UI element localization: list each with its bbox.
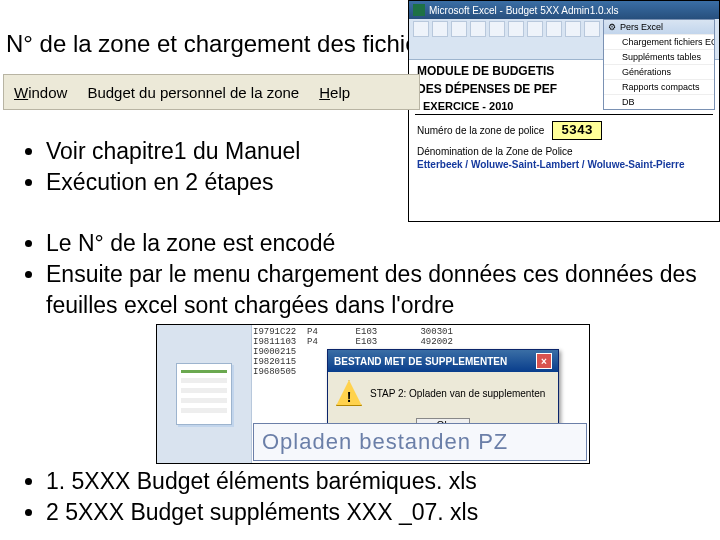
app-menubar: Window Budget du personnel de la zone He… (3, 74, 420, 110)
message-box-title: BESTAND MET DE SUPPLEMENTEN (334, 356, 507, 367)
bullet-item: Ensuite par le menu chargement des donné… (46, 259, 720, 321)
loading-dialog-figure: I9791C22 P4 E103 300301 I9811103 P4 E103… (156, 324, 590, 464)
excel-icon (413, 4, 425, 16)
slide-title: N° de la zone et chargement des fichiers (6, 30, 439, 58)
bullet-item: Voir chapitre1 du Manuel (46, 136, 300, 167)
menu-budget[interactable]: Budget du personnel de la zone (87, 84, 299, 101)
data-row: I9811103 P4 E103 492002 (253, 337, 587, 347)
sidebar-pane (157, 325, 252, 463)
dropdown-header[interactable]: ⚙ Pers Excel (604, 20, 714, 34)
menu-help[interactable]: Help (319, 84, 350, 101)
warning-icon: ! (336, 380, 362, 406)
toolbar-button[interactable] (470, 21, 486, 37)
gear-icon: ⚙ (608, 22, 616, 32)
pz-load-bar[interactable]: Opladen bestanden PZ (253, 423, 587, 461)
bullet-group-1: Voir chapitre1 du Manuel Exécution en 2 … (22, 136, 300, 198)
zone-number-label: Numéro de la zone de police (417, 125, 544, 136)
bullet-item: Le N° de la zone est encodé (46, 228, 720, 259)
message-box-text: STAP 2: Opladen van de supplementen (370, 388, 545, 399)
toolbar-button[interactable] (565, 21, 581, 37)
message-box-titlebar: BESTAND MET DE SUPPLEMENTEN × (328, 350, 558, 372)
zone-number-input[interactable]: 5343 (552, 121, 601, 140)
toolbar-button[interactable] (584, 21, 600, 37)
spreadsheet-icon (176, 363, 232, 425)
data-row: I9791C22 P4 E103 300301 (253, 327, 587, 337)
menu-item[interactable]: Suppléments tables (604, 49, 714, 64)
toolbar-button[interactable] (451, 21, 467, 37)
excel-title: Microsoft Excel - Budget 5XX Admin1.0.xl… (429, 5, 619, 16)
toolbar-button[interactable] (413, 21, 429, 37)
menu-item[interactable]: Générations (604, 64, 714, 79)
menu-item[interactable]: Chargement fichiers EOP (604, 34, 714, 49)
menu-item[interactable]: Rapports compacts (604, 79, 714, 94)
toolbar-button[interactable] (489, 21, 505, 37)
bullet-item: 2 5XXX Budget suppléments XXX _07. xls (46, 497, 478, 528)
zone-name-label: Dénomination de la Zone de Police (409, 146, 719, 157)
excel-titlebar: Microsoft Excel - Budget 5XX Admin1.0.xl… (409, 1, 719, 19)
toolbar-button[interactable] (432, 21, 448, 37)
pers-excel-dropdown[interactable]: ⚙ Pers Excel Chargement fichiers EOP Sup… (603, 19, 715, 110)
bullet-item: 1. 5XXX Budget éléments barémiques. xls (46, 466, 478, 497)
zone-name-value: Etterbeek / Woluwe-Saint-Lambert / Woluw… (409, 157, 719, 176)
dropdown-header-label: Pers Excel (620, 22, 663, 32)
toolbar-button[interactable] (508, 21, 524, 37)
bullet-item: Exécution en 2 étapes (46, 167, 300, 198)
toolbar-button[interactable] (527, 21, 543, 37)
budget-module-figure: Microsoft Excel - Budget 5XX Admin1.0.xl… (408, 0, 720, 222)
menu-item[interactable]: DB (604, 94, 714, 109)
menu-window[interactable]: Window (14, 84, 67, 101)
close-icon[interactable]: × (536, 353, 552, 369)
toolbar-button[interactable] (546, 21, 562, 37)
bullet-group-2: Le N° de la zone est encodé Ensuite par … (22, 228, 720, 321)
bullet-group-3: 1. 5XXX Budget éléments barémiques. xls … (22, 466, 478, 528)
